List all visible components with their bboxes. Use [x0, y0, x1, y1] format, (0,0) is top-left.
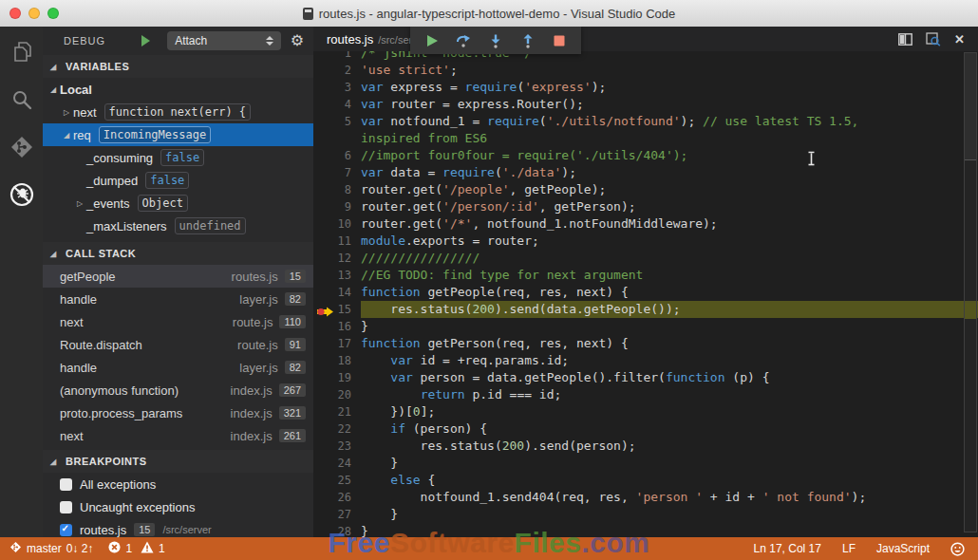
breakpoint-row[interactable]: Uncaught exceptions: [43, 495, 313, 518]
line-number-gutter[interactable]: 28: [313, 523, 361, 537]
code-line[interactable]: 20 return p.id === id;: [313, 386, 978, 403]
variable-row[interactable]: ▷nextfunction next(err) {: [43, 101, 313, 123]
feedback-smiley-icon[interactable]: [950, 542, 965, 556]
code-line[interactable]: 13//EG TODO: find type for next argument: [313, 267, 978, 284]
line-number-gutter[interactable]: [313, 130, 361, 147]
code-text[interactable]: ////////////////: [361, 250, 978, 267]
close-window-button[interactable]: [9, 8, 21, 19]
variables-section-header[interactable]: ◢ VARIABLES: [43, 55, 313, 78]
problems-status[interactable]: 1 1: [108, 541, 164, 556]
editor-scrollbar[interactable]: [964, 52, 977, 532]
code-line[interactable]: 22 if (person) {: [313, 420, 978, 438]
code-line[interactable]: 9router.get('/person/:id', getPerson);: [313, 198, 978, 215]
line-number-gutter[interactable]: 7: [313, 164, 361, 181]
breakpoint-checkbox[interactable]: [60, 478, 72, 491]
line-number-gutter[interactable]: 2: [313, 62, 361, 79]
line-number-gutter[interactable]: 22: [313, 420, 361, 438]
code-line[interactable]: inspired from ES6: [313, 130, 978, 147]
call-stack-frame[interactable]: proto.process_paramsindex.js321: [43, 401, 313, 424]
language-mode-status[interactable]: JavaScript: [876, 542, 930, 555]
code-text[interactable]: //import four0four = require('./utils/40…: [361, 147, 978, 164]
call-stack-frame[interactable]: handlelayer.js82: [43, 288, 313, 310]
step-into-button[interactable]: [484, 29, 507, 52]
line-number-gutter[interactable]: 17: [313, 335, 361, 352]
line-number-gutter[interactable]: 11: [313, 233, 361, 250]
code-text[interactable]: else {: [361, 472, 978, 489]
code-line[interactable]: 23 res.status(200).send(person);: [313, 438, 978, 455]
code-line[interactable]: 14function getPeople(req, res, next) {: [313, 284, 978, 301]
code-text[interactable]: var router = express.Router();: [361, 96, 978, 113]
code-line[interactable]: 21 })[0];: [313, 403, 978, 420]
line-number-gutter[interactable]: 23: [313, 438, 361, 455]
code-text[interactable]: var express = require('express');: [361, 79, 978, 96]
code-line[interactable]: 11module.exports = router;: [313, 233, 978, 250]
start-debug-button[interactable]: [141, 35, 150, 47]
breakpoints-section-header[interactable]: ◢ BREAKPOINTS: [43, 450, 313, 473]
minimize-window-button[interactable]: [28, 8, 40, 19]
step-over-button[interactable]: [452, 29, 475, 52]
line-number-gutter[interactable]: 6: [313, 147, 361, 164]
variable-scope-row[interactable]: ◢Local: [43, 78, 313, 101]
code-text[interactable]: var id = +req.params.id;: [361, 352, 978, 369]
eol-status[interactable]: LF: [842, 542, 856, 555]
code-text[interactable]: router.get('/person/:id', getPerson);: [361, 198, 978, 215]
code-text[interactable]: router.get('/*', notfound_1.notFoundMidd…: [361, 215, 978, 233]
variable-row[interactable]: ▷_eventsObject: [43, 192, 313, 215]
scrollbar-thumb[interactable]: [965, 53, 976, 160]
code-text[interactable]: function getPerson(req, res, next) {: [361, 335, 978, 352]
call-stack-frame[interactable]: (anonymous function)index.js267: [43, 379, 313, 401]
close-editor-icon[interactable]: ✕: [954, 32, 965, 47]
sidebar-item-explorer[interactable]: [0, 30, 43, 78]
debug-settings-gear-icon[interactable]: ⚙: [291, 33, 304, 48]
code-line[interactable]: 27 }: [313, 506, 978, 523]
variable-row[interactable]: _consumingfalse: [43, 146, 313, 169]
code-text[interactable]: module.exports = router;: [361, 233, 978, 250]
call-stack-frame[interactable]: nextroute.js110: [43, 310, 313, 333]
code-line[interactable]: 16}: [313, 318, 978, 335]
code-text[interactable]: var person = data.getPeople().filter(fun…: [361, 369, 978, 386]
preview-search-icon[interactable]: [926, 32, 941, 47]
sidebar-item-debug[interactable]: [0, 173, 43, 220]
code-line[interactable]: 25 else {: [313, 472, 978, 489]
call-stack-section-header[interactable]: ◢ CALL STACK: [43, 242, 313, 265]
code-line[interactable]: 26 notfound_1.send404(req, res, 'person …: [313, 489, 978, 506]
stop-button[interactable]: [548, 29, 571, 52]
line-number-gutter[interactable]: 24: [313, 455, 361, 472]
breakpoint-checkbox[interactable]: [60, 501, 72, 513]
code-text[interactable]: return p.id === id;: [361, 386, 978, 403]
code-text[interactable]: }: [361, 523, 978, 537]
code-line[interactable]: 8router.get('/people', getPeople);: [313, 181, 978, 198]
code-text[interactable]: res.status(200).send(data.getPeople());: [361, 301, 978, 318]
variable-row[interactable]: ◢reqIncomingMessage: [43, 123, 313, 146]
line-number-gutter[interactable]: 20: [313, 386, 361, 403]
line-number-gutter[interactable]: 9: [313, 198, 361, 215]
code-text[interactable]: //EG TODO: find type for next argument: [361, 267, 978, 284]
code-line[interactable]: 5var notfound_1 = require('./utils/notfo…: [313, 113, 978, 130]
code-text[interactable]: var notfound_1 = require('./utils/notfou…: [361, 113, 978, 130]
code-text[interactable]: if (person) {: [361, 420, 978, 438]
line-number-gutter[interactable]: 13: [313, 267, 361, 284]
line-number-gutter[interactable]: 15: [313, 301, 361, 318]
line-number-gutter[interactable]: 16: [313, 318, 361, 335]
line-number-gutter[interactable]: 18: [313, 352, 361, 369]
variable-row[interactable]: _maxListenersundefined: [43, 215, 313, 237]
code-line[interactable]: 15 res.status(200).send(data.getPeople()…: [313, 301, 978, 318]
call-stack-frame[interactable]: Route.dispatchroute.js91: [43, 333, 313, 356]
code-line[interactable]: 17function getPerson(req, res, next) {: [313, 335, 978, 352]
line-number-gutter[interactable]: 12: [313, 250, 361, 267]
variable-row[interactable]: _dumpedfalse: [43, 169, 313, 192]
code-text[interactable]: res.status(200).send(person);: [361, 438, 978, 455]
code-text[interactable]: }: [361, 455, 978, 472]
line-number-gutter[interactable]: 21: [313, 403, 361, 420]
code-line[interactable]: 10router.get('/*', notfound_1.notFoundMi…: [313, 215, 978, 233]
code-line[interactable]: 12////////////////: [313, 250, 978, 267]
code-line[interactable]: 6//import four0four = require('./utils/4…: [313, 147, 978, 164]
code-line[interactable]: 19 var person = data.getPeople().filter(…: [313, 369, 978, 386]
code-text[interactable]: router.get('/people', getPeople);: [361, 181, 978, 198]
line-number-gutter[interactable]: 3: [313, 79, 361, 96]
breakpoint-checkbox[interactable]: [60, 524, 72, 536]
code-text[interactable]: function getPeople(req, res, next) {: [361, 284, 978, 301]
code-text[interactable]: })[0];: [361, 403, 978, 420]
code-line[interactable]: 2'use strict';: [313, 62, 978, 79]
code-text[interactable]: }: [361, 318, 978, 335]
